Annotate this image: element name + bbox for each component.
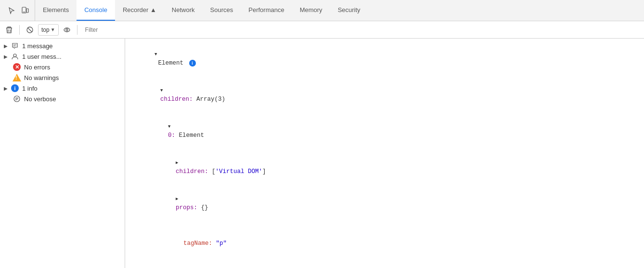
secondary-toolbar: top ▼ bbox=[0, 21, 644, 39]
tab-sources[interactable]: Sources bbox=[203, 0, 241, 21]
messages-label: 1 message bbox=[22, 42, 121, 50]
tab-recorder[interactable]: Recorder ▲ bbox=[115, 0, 164, 21]
expand-icon[interactable] bbox=[176, 195, 181, 203]
sidebar-item-messages[interactable]: ▶ 1 message bbox=[0, 40, 125, 51]
block-icon[interactable] bbox=[24, 24, 36, 36]
tab-memory[interactable]: Memory bbox=[292, 0, 330, 21]
sidebar-item-info[interactable]: ▶ i 1 info bbox=[0, 83, 125, 94]
expand-icon[interactable] bbox=[160, 86, 166, 95]
arrow-icon: ▶ bbox=[4, 43, 8, 49]
tab-bar: Elements Console Recorder ▲ Network Sour… bbox=[0, 0, 644, 21]
clear-console-icon[interactable] bbox=[3, 24, 15, 36]
console-output: Element i children: Array(3) 0: Element … bbox=[125, 39, 644, 268]
tab-console[interactable]: Console bbox=[77, 0, 115, 21]
eye-icon[interactable] bbox=[61, 24, 73, 36]
sidebar-item-user-messages[interactable]: ▶ 1 user mess... bbox=[0, 51, 125, 62]
sidebar-item-warnings[interactable]: No warnings bbox=[0, 72, 125, 83]
console-line[interactable]: children: ['Virtual DOM'] bbox=[125, 149, 644, 185]
svg-point-9 bbox=[13, 54, 16, 57]
context-selector[interactable]: top ▼ bbox=[38, 24, 59, 36]
error-icon: ✕ bbox=[13, 63, 21, 71]
svg-point-6 bbox=[66, 29, 68, 31]
arrow-icon: ▶ bbox=[4, 54, 8, 59]
expand-icon[interactable] bbox=[155, 50, 160, 59]
console-line[interactable]: children: Array(3) bbox=[125, 77, 644, 113]
info-icon: i bbox=[11, 84, 19, 93]
expand-icon[interactable] bbox=[176, 159, 181, 167]
errors-label: No errors bbox=[24, 64, 121, 71]
console-line[interactable]: Element i bbox=[125, 40, 644, 77]
tab-network[interactable]: Network bbox=[164, 0, 203, 21]
info-badge: i bbox=[189, 60, 196, 67]
arrow-icon: ▶ bbox=[4, 86, 8, 91]
user-icon bbox=[11, 52, 19, 61]
svg-point-5 bbox=[64, 28, 70, 32]
info-label: 1 info bbox=[22, 85, 121, 92]
warnings-label: No warnings bbox=[24, 74, 121, 81]
verbose-icon bbox=[13, 94, 21, 103]
separator-2 bbox=[77, 25, 77, 35]
tab-security[interactable]: Security bbox=[330, 0, 368, 21]
expand-icon[interactable] bbox=[168, 122, 174, 131]
user-messages-label: 1 user mess... bbox=[22, 53, 121, 60]
sidebar-item-verbose[interactable]: No verbose bbox=[0, 94, 125, 104]
tab-performance[interactable]: Performance bbox=[241, 0, 292, 21]
cursor-icon[interactable] bbox=[6, 5, 17, 16]
svg-line-4 bbox=[28, 27, 32, 32]
tab-elements[interactable]: Elements bbox=[35, 0, 77, 21]
console-line[interactable]: props: {} bbox=[125, 185, 644, 221]
filter-input[interactable] bbox=[81, 24, 641, 36]
main-layout: ▶ 1 message ▶ 1 user mess... bbox=[0, 39, 644, 268]
warning-icon bbox=[13, 73, 21, 82]
message-icon bbox=[11, 41, 19, 50]
toolbar-icons bbox=[2, 0, 35, 21]
svg-rect-1 bbox=[26, 9, 28, 13]
sidebar: ▶ 1 message ▶ 1 user mess... bbox=[0, 39, 125, 268]
device-icon[interactable] bbox=[19, 5, 31, 16]
verbose-label: No verbose bbox=[24, 95, 121, 103]
console-line: tagName: "p" bbox=[125, 221, 644, 257]
separator bbox=[19, 25, 20, 35]
sidebar-item-errors[interactable]: ✕ No errors bbox=[0, 62, 125, 72]
console-line[interactable]: [[Prototype]]: Object bbox=[125, 257, 644, 268]
console-line[interactable]: 0: Element bbox=[125, 113, 644, 149]
chevron-down-icon: ▼ bbox=[51, 27, 55, 32]
